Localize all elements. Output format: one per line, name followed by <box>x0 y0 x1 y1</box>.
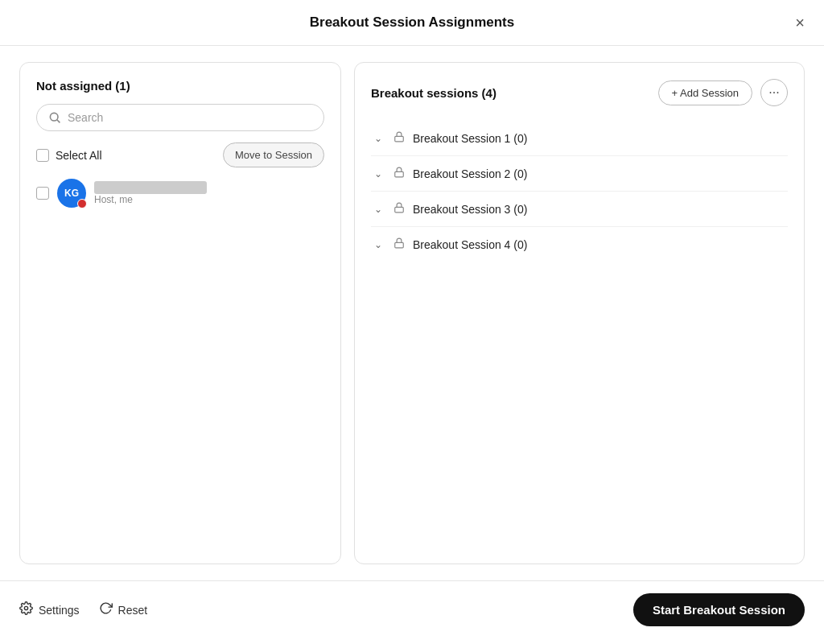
dialog-title: Breakout Session Assignments <box>310 14 514 31</box>
svg-rect-5 <box>395 242 404 247</box>
right-panel-actions: + Add Session ··· <box>658 79 788 106</box>
select-all-label: Select All <box>56 149 102 162</box>
svg-rect-2 <box>395 136 404 141</box>
select-all-row: Select All Move to Session <box>36 142 324 167</box>
not-assigned-title: Not assigned (1) <box>36 79 324 93</box>
search-container <box>36 104 324 131</box>
chevron-down-icon: ⌄ <box>374 168 385 180</box>
main-content: Not assigned (1) Select All Move to Sess… <box>0 46 824 580</box>
avatar-badge <box>77 199 87 208</box>
move-to-session-button[interactable]: Move to Session <box>223 142 324 167</box>
chevron-down-icon: ⌄ <box>374 204 385 215</box>
session-item[interactable]: ⌄ Breakout Session 4 (0) <box>371 227 788 262</box>
lock-icon <box>393 202 405 216</box>
lock-icon <box>393 167 405 180</box>
svg-rect-3 <box>395 171 404 176</box>
user-name <box>94 181 207 194</box>
session-item[interactable]: ⌄ Breakout Session 3 (0) <box>371 192 788 227</box>
reset-icon <box>99 601 113 618</box>
svg-line-1 <box>57 120 60 123</box>
session-list: ⌄ Breakout Session 1 (0) ⌄ Bre <box>371 121 788 262</box>
svg-point-0 <box>50 113 58 121</box>
dialog-header: Breakout Session Assignments × <box>0 0 824 46</box>
select-all-left: Select All <box>36 149 102 162</box>
footer-left: Settings Reset <box>19 601 147 618</box>
session-item[interactable]: ⌄ Breakout Session 1 (0) <box>371 121 788 156</box>
add-session-button[interactable]: + Add Session <box>658 80 752 105</box>
user-info: Host, me <box>94 181 207 205</box>
more-options-icon: ··· <box>768 85 779 100</box>
user-row: KG Host, me <box>36 179 324 208</box>
settings-label: Settings <box>39 604 80 617</box>
search-input[interactable] <box>68 111 312 124</box>
session-name: Breakout Session 1 (0) <box>413 132 527 145</box>
session-item[interactable]: ⌄ Breakout Session 2 (0) <box>371 156 788 192</box>
avatar-initials: KG <box>64 188 79 199</box>
more-options-button[interactable]: ··· <box>760 79 788 106</box>
footer: Settings Reset Start Breakout Session <box>0 580 824 638</box>
reset-button[interactable]: Reset <box>99 601 148 618</box>
session-name: Breakout Session 2 (0) <box>413 167 527 180</box>
start-breakout-session-button[interactable]: Start Breakout Session <box>633 593 805 626</box>
chevron-down-icon: ⌄ <box>374 133 385 144</box>
settings-button[interactable]: Settings <box>19 601 80 618</box>
session-name: Breakout Session 4 (0) <box>413 238 527 251</box>
breakout-sessions-panel: Breakout sessions (4) + Add Session ··· … <box>354 62 805 564</box>
search-icon <box>48 111 61 124</box>
svg-rect-4 <box>395 207 404 212</box>
close-button[interactable]: × <box>792 11 808 34</box>
user-checkbox[interactable] <box>36 187 49 200</box>
select-all-checkbox[interactable] <box>36 149 49 162</box>
right-panel-header: Breakout sessions (4) + Add Session ··· <box>371 79 788 106</box>
not-assigned-panel: Not assigned (1) Select All Move to Sess… <box>19 62 341 564</box>
lock-icon <box>393 131 405 145</box>
lock-icon <box>393 237 405 251</box>
sessions-title: Breakout sessions (4) <box>371 86 496 100</box>
user-role: Host, me <box>94 194 207 205</box>
avatar: KG <box>57 179 86 208</box>
svg-point-6 <box>24 606 27 609</box>
chevron-down-icon: ⌄ <box>374 239 385 250</box>
gear-icon <box>19 601 33 618</box>
session-name: Breakout Session 3 (0) <box>413 203 527 216</box>
reset-label: Reset <box>118 604 148 617</box>
